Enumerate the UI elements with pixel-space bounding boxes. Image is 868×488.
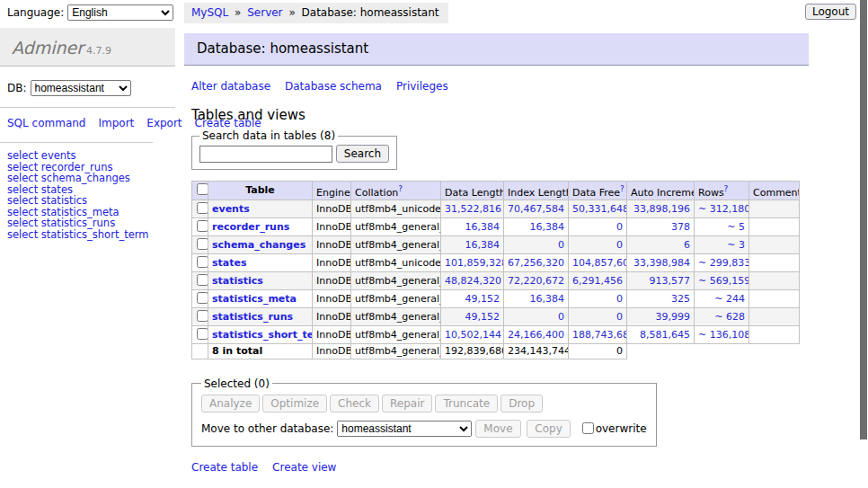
data-length-link[interactable]: 101,859,328 xyxy=(445,257,504,269)
index-length-link[interactable]: 70,467,584 xyxy=(508,203,564,215)
column-help-link[interactable]: ? xyxy=(620,184,624,193)
table-name-link[interactable]: schema_changes xyxy=(212,239,306,251)
move-button[interactable]: Move xyxy=(475,420,520,438)
collation-cell: utf8mb4_general_ci xyxy=(351,289,441,307)
index-length-link[interactable]: 67,256,320 xyxy=(508,257,564,269)
table-name-cell: events xyxy=(208,200,313,217)
data-free-cell: 6,291,456 xyxy=(569,271,627,289)
index-length-link[interactable]: 16,384 xyxy=(530,293,565,305)
selected-action-button[interactable]: Drop xyxy=(500,395,543,413)
table-name-cell: statistics xyxy=(208,271,313,289)
auto-increment-link[interactable]: 913,577 xyxy=(650,275,691,287)
rows-count-link[interactable]: ~ 136,108 xyxy=(698,329,749,341)
select-all-checkbox[interactable] xyxy=(197,183,208,195)
comment-cell xyxy=(749,325,800,343)
rows-count-link[interactable]: ~ 3 xyxy=(727,239,745,251)
rows-count-link[interactable]: ~ 628 xyxy=(714,311,745,323)
rows-count-link[interactable]: ~ 569,159 xyxy=(698,275,749,287)
data-free-link[interactable]: 50,331,648 xyxy=(572,203,627,215)
row-checkbox[interactable] xyxy=(197,274,208,286)
selected-action-button[interactable]: Optimize xyxy=(262,395,327,413)
row-checkbox[interactable] xyxy=(197,310,208,322)
db-select[interactable]: homeassistant xyxy=(31,80,131,96)
table-name-link[interactable]: statistics_short_term xyxy=(212,329,313,341)
table-name-link[interactable]: events xyxy=(212,203,250,215)
sidebar-action-link[interactable]: Import xyxy=(98,117,134,129)
table-name-link[interactable]: states xyxy=(212,257,247,269)
rows-count-link[interactable]: ~ 312,180 xyxy=(698,203,749,215)
database-action-link[interactable]: Alter database xyxy=(191,80,270,93)
row-checkbox[interactable] xyxy=(197,292,208,304)
data-length-link[interactable]: 10,502,144 xyxy=(445,329,501,341)
index-length-link[interactable]: 16,384 xyxy=(530,221,565,233)
row-checkbox[interactable] xyxy=(197,220,208,232)
auto-increment-link[interactable]: 33,898,196 xyxy=(633,203,690,215)
sidebar-select-table-link[interactable]: select statistics_short_term xyxy=(7,228,148,241)
auto-increment-link[interactable]: 6 xyxy=(684,239,690,251)
selected-action-button[interactable]: Truncate xyxy=(435,395,498,413)
row-checkbox[interactable] xyxy=(197,328,208,340)
data-free-link[interactable]: 0 xyxy=(616,293,623,305)
language-select[interactable]: English xyxy=(67,4,173,21)
select-all-cell xyxy=(192,182,208,200)
database-action-link[interactable]: Privileges xyxy=(396,80,448,93)
data-free-link[interactable]: 104,857,600 xyxy=(572,257,627,269)
total-data-free: 0 xyxy=(569,343,627,359)
table-name-link[interactable]: statistics xyxy=(212,275,263,287)
logout-button[interactable]: Logout xyxy=(805,4,856,20)
language-label: Language: xyxy=(7,6,64,19)
index-length-link[interactable]: 72,220,672 xyxy=(508,275,564,287)
table-name-link[interactable]: recorder_runs xyxy=(212,221,289,233)
data-length-link[interactable]: 31,522,816 xyxy=(445,203,501,215)
column-help-link[interactable]: ? xyxy=(398,184,403,193)
sidebar-action-link[interactable]: SQL command xyxy=(7,117,85,129)
create-link[interactable]: Create table xyxy=(191,461,258,474)
vertical-scrollbar[interactable] xyxy=(859,0,868,488)
language-bar: Language:English xyxy=(0,0,175,21)
rows-count-link[interactable]: ~ 299,833 xyxy=(698,257,749,269)
breadcrumb-server-link[interactable]: Server xyxy=(247,6,282,19)
row-checkbox[interactable] xyxy=(197,238,208,250)
search-button[interactable]: Search xyxy=(336,145,389,163)
index-length-link[interactable]: 24,166,400 xyxy=(508,329,564,341)
engine-cell: InnoDB xyxy=(313,235,351,253)
data-length-link[interactable]: 16,384 xyxy=(465,239,500,251)
data-free-link[interactable]: 188,743,680 xyxy=(572,329,627,341)
data-free-link[interactable]: 0 xyxy=(616,311,623,323)
breadcrumb-mysql-link[interactable]: MySQL xyxy=(191,6,228,19)
auto-increment-link[interactable]: 33,398,984 xyxy=(633,257,690,269)
auto-increment-link[interactable]: 325 xyxy=(671,293,690,305)
auto-increment-link[interactable]: 378 xyxy=(671,221,690,233)
column-help-link[interactable]: ? xyxy=(724,184,729,193)
data-length-link[interactable]: 48,824,320 xyxy=(445,275,501,287)
auto-increment-link[interactable]: 8,581,645 xyxy=(640,329,690,341)
scrollbar-thumb[interactable] xyxy=(860,0,867,439)
create-link[interactable]: Create view xyxy=(272,461,336,474)
data-free-link[interactable]: 0 xyxy=(616,239,623,251)
search-input[interactable] xyxy=(199,146,332,163)
selected-action-button[interactable]: Repair xyxy=(382,395,432,413)
table-name-link[interactable]: statistics_meta xyxy=(212,293,297,305)
row-checkbox[interactable] xyxy=(197,202,208,214)
data-length-link[interactable]: 16,384 xyxy=(465,221,500,233)
index-length-link[interactable]: 0 xyxy=(558,239,564,251)
data-length-link[interactable]: 49,152 xyxy=(465,311,500,323)
table-name-link[interactable]: statistics_runs xyxy=(212,311,293,323)
selected-action-button[interactable]: Analyze xyxy=(201,395,260,413)
database-action-link[interactable]: Database schema xyxy=(285,80,382,93)
rows-count-link[interactable]: ~ 5 xyxy=(727,221,745,233)
data-free-link[interactable]: 0 xyxy=(616,221,623,233)
rows-count-cell: ~ 628 xyxy=(695,307,749,325)
data-free-link[interactable]: 6,291,456 xyxy=(572,275,623,287)
move-database-select[interactable]: homeassistant xyxy=(337,421,472,437)
row-checkbox[interactable] xyxy=(197,256,208,268)
data-length-link[interactable]: 49,152 xyxy=(465,293,500,305)
total-blank-area xyxy=(627,343,800,359)
overwrite-checkbox[interactable] xyxy=(582,422,594,434)
sidebar-action-link[interactable]: Export xyxy=(146,117,182,129)
auto-increment-link[interactable]: 39,999 xyxy=(656,311,691,323)
selected-action-button[interactable]: Check xyxy=(330,395,379,413)
copy-button[interactable]: Copy xyxy=(527,420,570,438)
rows-count-link[interactable]: ~ 244 xyxy=(714,293,745,305)
index-length-link[interactable]: 0 xyxy=(558,311,564,323)
